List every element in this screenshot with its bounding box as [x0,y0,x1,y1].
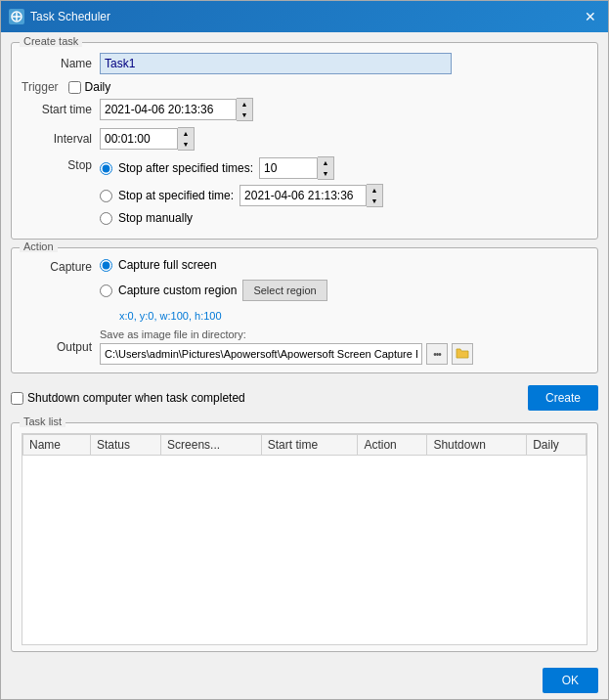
col-screens: Screens... [161,435,262,456]
output-section: Save as image file in directory: ••• [100,328,473,365]
daily-checkbox[interactable] [68,81,81,94]
capture-full-label: Capture full screen [118,258,217,272]
stop-after-spinner: ▲ ▼ [259,156,334,180]
capture-custom-radio[interactable] [100,284,112,297]
capture-label: Capture [22,258,100,274]
start-time-spinner: ▲ ▼ [100,98,253,121]
action-section-label: Action [20,241,58,252]
start-time-spinner-buttons: ▲ ▼ [237,98,253,121]
interval-up-btn[interactable]: ▲ [178,128,194,139]
task-list-label: Task list [20,416,65,427]
shutdown-label: Shutdown computer when task completed [27,391,245,405]
stop-after-spinner-buttons: ▲ ▼ [318,156,334,180]
stop-at-input[interactable] [239,185,367,206]
trigger-row: Trigger Daily [22,80,587,94]
stop-at-up-btn[interactable]: ▲ [367,185,382,196]
start-time-down-btn[interactable]: ▼ [237,109,252,120]
interval-input[interactable] [100,128,178,150]
col-shutdown: Shutdown [427,435,527,456]
stop-at-row: Stop at specified time: ▲ ▼ [100,184,383,207]
stop-row: Stop Stop after specified times: ▲ ▼ [22,156,587,225]
col-start-time: Start time [261,435,358,456]
window-title: Task Scheduler [30,10,581,23]
folder-icon [456,347,469,362]
select-region-button[interactable]: Select region [242,280,326,301]
capture-options: Capture full screen Capture custom regio… [100,258,327,323]
ok-button[interactable]: OK [543,668,598,693]
capture-custom-label: Capture custom region [118,284,237,297]
name-label: Name [22,57,100,70]
col-status: Status [90,435,160,456]
stop-at-spinner: ▲ ▼ [239,184,383,207]
footer-row: OK [1,662,608,699]
output-hint: Save as image file in directory: [100,328,473,340]
stop-after-label: Stop after specified times: [118,161,253,175]
start-time-up-btn[interactable]: ▲ [237,99,252,109]
action-section: Action Capture Capture full screen Captu… [11,247,598,373]
create-button[interactable]: Create [528,385,598,411]
daily-label: Daily [85,80,111,94]
interval-spinner: ▲ ▼ [100,127,195,151]
name-input[interactable] [100,53,452,74]
create-task-label: Create task [20,35,82,47]
output-path-row: ••• [100,343,473,365]
create-task-section: Create task Name Trigger Daily Start tim… [11,42,598,240]
stop-after-input[interactable] [259,157,318,179]
start-time-input[interactable] [100,99,237,120]
output-path-input[interactable] [100,343,422,365]
daily-checkbox-label[interactable]: Daily [68,80,111,94]
stop-at-down-btn[interactable]: ▼ [367,196,382,206]
capture-row: Capture Capture full screen Capture cust… [22,258,587,323]
task-table-container: Name Status Screens... Start time Action… [22,433,587,645]
stop-after-row: Stop after specified times: ▲ ▼ [100,156,383,180]
stop-manual-radio[interactable] [100,212,112,225]
region-hint-text: x:0, y:0, w:100, h:100 [119,310,222,322]
app-icon [9,9,24,24]
name-row: Name [22,53,587,74]
task-table: Name Status Screens... Start time Action… [22,434,587,456]
stop-after-up-btn[interactable]: ▲ [318,157,333,168]
col-daily: Daily [527,435,587,456]
stop-manual-row: Stop manually [100,211,383,225]
stop-after-down-btn[interactable]: ▼ [318,168,333,179]
region-hint: x:0, y:0, w:100, h:100 [100,309,327,323]
main-content: Create task Name Trigger Daily Start tim… [1,32,608,662]
title-bar: Task Scheduler ✕ [1,1,608,32]
stop-manual-label: Stop manually [118,211,193,225]
task-table-header: Name Status Screens... Start time Action… [23,435,587,456]
close-button[interactable]: ✕ [581,7,600,26]
bottom-row: Shutdown computer when task completed Cr… [11,381,598,415]
shutdown-checkbox[interactable] [11,392,23,405]
interval-spinner-buttons: ▲ ▼ [178,127,195,151]
output-row: Output Save as image file in directory: … [22,328,587,365]
interval-label: Interval [22,132,100,146]
start-time-label: Start time [22,103,100,116]
col-action: Action [358,435,427,456]
shutdown-checkbox-label[interactable]: Shutdown computer when task completed [11,391,245,405]
stop-section: Stop after specified times: ▲ ▼ Stop at [100,156,383,225]
stop-at-spinner-buttons: ▲ ▼ [367,184,383,207]
stop-at-radio[interactable] [100,190,112,202]
task-table-header-row: Name Status Screens... Start time Action… [23,435,587,456]
capture-full-radio[interactable] [100,259,112,272]
task-list-section: Task list Name Status Screens... Start t… [11,422,598,652]
start-time-row: Start time ▲ ▼ [22,98,587,121]
trigger-label: Trigger [22,80,59,94]
folder-button[interactable] [452,343,473,365]
output-label: Output [22,340,100,354]
main-window: Task Scheduler ✕ Create task Name Trigge… [0,0,609,700]
dots-button[interactable]: ••• [426,343,448,365]
interval-row: Interval ▲ ▼ [22,127,587,151]
capture-full-row: Capture full screen [100,258,327,272]
interval-down-btn[interactable]: ▼ [178,139,194,150]
stop-at-label: Stop at specified time: [118,189,234,202]
stop-label: Stop [22,156,100,172]
capture-custom-row: Capture custom region Select region [100,280,327,301]
dots-icon: ••• [433,349,441,360]
stop-after-radio[interactable] [100,162,112,175]
col-name: Name [23,435,91,456]
